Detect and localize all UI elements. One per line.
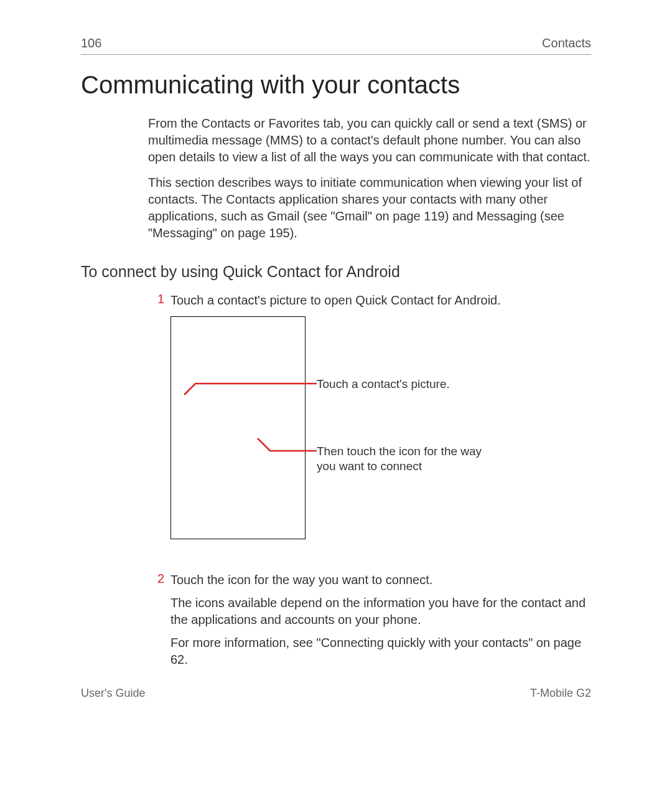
figure: Touch a contact's picture. Then touch th…	[170, 316, 501, 553]
page-footer: User's Guide T-Mobile G2	[81, 687, 591, 700]
step-2-text-1: Touch the icon for the way you want to c…	[170, 572, 591, 588]
intro-para-1: From the Contacts or Favorites tab, you …	[148, 115, 591, 166]
intro-block: From the Contacts or Favorites tab, you …	[148, 115, 591, 242]
step-2-text-2: The icons available depend on the inform…	[170, 595, 591, 628]
callout-1: Touch a contact's picture.	[317, 377, 450, 392]
intro-para-2: This section describes ways to initiate …	[148, 174, 591, 242]
footer-left: User's Guide	[81, 687, 145, 700]
steps-list: 1 Touch a contact's picture to open Quic…	[148, 292, 591, 674]
page-title: Communicating with your contacts	[81, 71, 591, 99]
step-number: 1	[148, 292, 170, 306]
callout-2: Then touch the icon for the way you want…	[317, 444, 501, 474]
header-rule	[81, 54, 591, 55]
step-1-text: Touch a contact's picture to open Quick …	[170, 292, 501, 309]
step-1: 1 Touch a contact's picture to open Quic…	[148, 292, 591, 565]
section-name: Contacts	[542, 36, 591, 50]
subheading: To connect by using Quick Contact for An…	[81, 263, 591, 281]
step-2-text-3: For more information, see "Connecting qu…	[170, 635, 591, 668]
page: 106 Contacts Communicating with your con…	[0, 0, 672, 807]
phone-outline	[170, 316, 306, 539]
step-2: 2 Touch the icon for the way you want to…	[148, 572, 591, 674]
page-number: 106	[81, 36, 101, 50]
footer-right: T-Mobile G2	[530, 687, 591, 700]
page-header: 106 Contacts	[81, 36, 591, 54]
step-number: 2	[148, 572, 170, 586]
